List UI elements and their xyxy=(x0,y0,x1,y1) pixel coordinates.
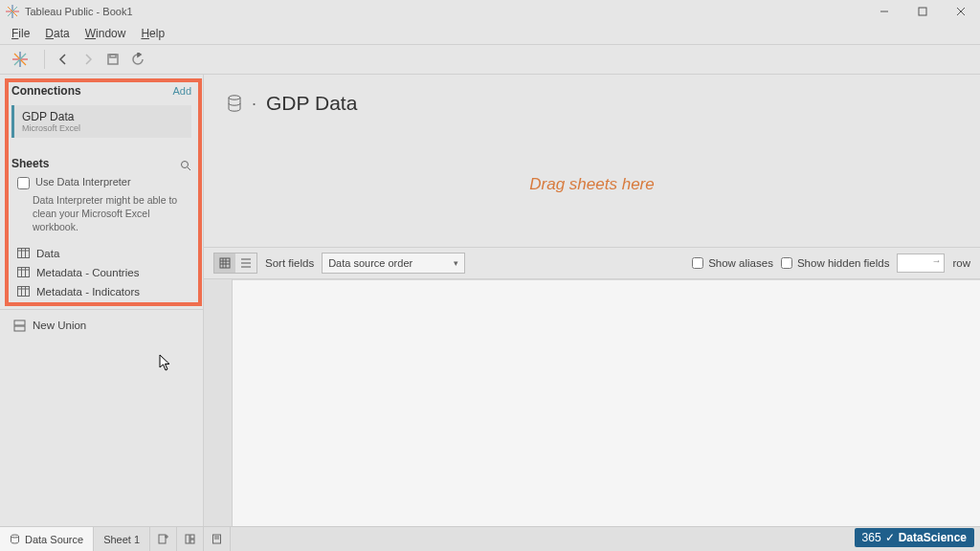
svg-rect-29 xyxy=(14,326,25,331)
svg-rect-45 xyxy=(190,540,194,543)
list-view-button[interactable] xyxy=(235,253,256,273)
sort-fields-value: Data source order xyxy=(328,257,412,269)
database-icon xyxy=(227,95,242,112)
grid-gutter xyxy=(204,279,233,526)
fields-toolbar: Sort fields Data source order Show alias… xyxy=(204,247,980,279)
sheet-item[interactable]: Metadata - Countries xyxy=(15,263,188,282)
tab-sheet1-label: Sheet 1 xyxy=(103,534,140,545)
connection-source: Microsoft Excel xyxy=(22,123,184,133)
refresh-button[interactable] xyxy=(125,47,150,72)
menu-data[interactable]: Data xyxy=(37,25,77,42)
back-button[interactable] xyxy=(51,47,76,72)
main: Connections Add GDP Data Microsoft Excel… xyxy=(0,75,980,526)
rows-input[interactable] xyxy=(897,253,945,273)
watermark-check-icon: ✓ xyxy=(885,531,895,544)
show-aliases-label: Show aliases xyxy=(708,257,773,269)
toolbar xyxy=(0,44,980,75)
new-worksheet-icon xyxy=(158,534,168,544)
minimize-button[interactable] xyxy=(865,0,903,23)
new-dashboard-button[interactable] xyxy=(177,527,204,551)
tab-datasource[interactable]: Data Source xyxy=(0,527,94,551)
svg-rect-5 xyxy=(919,8,926,15)
forward-button[interactable] xyxy=(76,47,100,72)
watermark-prefix: 365 xyxy=(862,531,881,544)
svg-rect-16 xyxy=(18,249,30,258)
svg-rect-43 xyxy=(186,535,189,543)
grid-icon xyxy=(219,257,231,269)
tableau-logo-icon xyxy=(6,5,19,18)
svg-rect-20 xyxy=(18,268,30,277)
new-worksheet-button[interactable] xyxy=(150,527,177,551)
svg-rect-40 xyxy=(159,535,166,543)
menu-window[interactable]: Window xyxy=(78,25,134,42)
datasource-tab-icon xyxy=(10,534,20,544)
list-icon xyxy=(240,257,252,269)
connections-panel: Connections Add GDP Data Microsoft Excel xyxy=(0,75,203,149)
menu-file[interactable]: File xyxy=(4,25,37,42)
tab-sheet1[interactable]: Sheet 1 xyxy=(94,527,150,551)
svg-point-39 xyxy=(11,535,19,538)
drop-zone[interactable]: Drag sheets here xyxy=(204,122,980,247)
svg-rect-31 xyxy=(220,258,230,268)
svg-point-14 xyxy=(182,162,189,168)
sort-fields-select[interactable]: Data source order xyxy=(322,253,465,274)
canvas: · GDP Data Drag sheets here Sort fields xyxy=(204,75,980,526)
sheets-title: Sheets xyxy=(11,157,49,170)
datasource-header: · GDP Data xyxy=(204,75,980,122)
show-hidden-checkbox[interactable]: Show hidden fields xyxy=(781,257,890,269)
sheets-panel: Sheets Use Data Interpreter Data Interpr… xyxy=(0,149,203,309)
sheet-label: Metadata - Indicators xyxy=(36,286,140,298)
grid-body[interactable] xyxy=(233,279,980,526)
svg-point-30 xyxy=(229,96,240,99)
separator-dot: · xyxy=(252,94,256,114)
show-aliases-input[interactable] xyxy=(692,257,703,269)
interpreter-label: Use Data Interpreter xyxy=(35,176,131,187)
add-connection-link[interactable]: Add xyxy=(172,85,191,97)
svg-rect-24 xyxy=(18,287,30,297)
tab-datasource-label: Data Source xyxy=(25,534,83,545)
save-button[interactable] xyxy=(100,47,125,72)
svg-rect-28 xyxy=(14,320,25,325)
new-union-label: New Union xyxy=(33,320,86,331)
menu-help[interactable]: Help xyxy=(133,25,172,42)
sheet-item[interactable]: Data xyxy=(15,244,188,263)
close-button[interactable] xyxy=(942,0,980,23)
table-icon xyxy=(17,286,30,297)
table-icon xyxy=(17,267,30,277)
svg-rect-13 xyxy=(110,55,116,57)
tableau-logo-icon xyxy=(11,51,29,68)
sheet-label: Data xyxy=(36,248,59,259)
interpreter-help-text: Data Interpreter might be able to clean … xyxy=(33,193,186,234)
show-hidden-label: Show hidden fields xyxy=(797,257,890,269)
view-toggle xyxy=(213,253,257,274)
datasource-title[interactable]: GDP Data xyxy=(266,92,357,115)
svg-line-15 xyxy=(188,167,190,170)
data-grid xyxy=(204,279,980,526)
connection-name: GDP Data xyxy=(22,110,184,123)
interpreter-checkbox-input[interactable] xyxy=(17,177,30,189)
table-icon xyxy=(17,248,30,258)
svg-rect-44 xyxy=(190,535,194,539)
sheet-label: Metadata - Countries xyxy=(36,267,139,278)
show-aliases-checkbox[interactable]: Show aliases xyxy=(692,257,773,269)
sheet-item[interactable]: Metadata - Indicators xyxy=(15,282,188,301)
grid-view-button[interactable] xyxy=(214,253,235,273)
menubar: File Data Window Help xyxy=(0,23,980,44)
new-story-button[interactable] xyxy=(204,527,231,551)
sheet-list: Data Metadata - Countries Metadata - Ind… xyxy=(11,244,191,301)
window-title: Tableau Public - Book1 xyxy=(25,6,133,17)
use-data-interpreter-checkbox[interactable]: Use Data Interpreter xyxy=(17,176,191,189)
rows-input-wrap xyxy=(897,253,945,273)
new-union-button[interactable]: New Union xyxy=(0,309,203,342)
watermark: 365 ✓ DataScience xyxy=(855,528,974,547)
search-icon[interactable] xyxy=(180,158,191,169)
maximize-button[interactable] xyxy=(903,0,942,23)
app-window: Tableau Public - Book1 File Data Window … xyxy=(0,0,980,551)
sort-fields-label: Sort fields xyxy=(265,257,314,269)
drop-hint: Drag sheets here xyxy=(529,175,654,194)
new-story-icon xyxy=(212,534,222,544)
titlebar: Tableau Public - Book1 xyxy=(0,0,980,23)
rows-label: row xyxy=(952,257,970,269)
connection-item[interactable]: GDP Data Microsoft Excel xyxy=(11,105,191,138)
show-hidden-input[interactable] xyxy=(781,257,792,269)
